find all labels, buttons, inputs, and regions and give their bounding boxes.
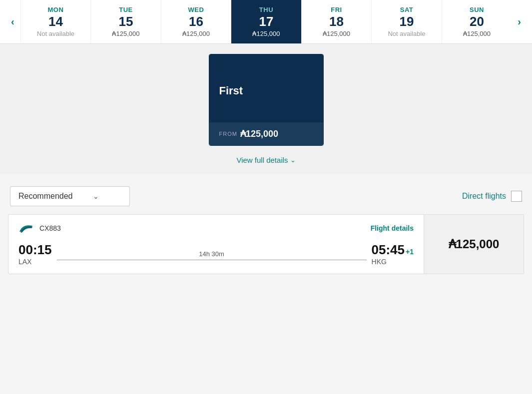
arrival-block: 05:45 +1 HKG xyxy=(372,243,414,266)
day-price-fri: ₳125,000 xyxy=(323,30,350,37)
sort-chevron-icon: ⌄ xyxy=(93,192,99,200)
date-col-sat[interactable]: SAT 19 Not available xyxy=(371,0,442,43)
cabin-price-first: ₳125,000 xyxy=(240,128,278,139)
duration-block: 14h 30m xyxy=(52,250,372,260)
sort-label: Recommended xyxy=(18,192,73,201)
date-col-tue[interactable]: TUE 15 ₳125,000 xyxy=(90,0,161,43)
arrival-airport: HKG xyxy=(372,258,414,266)
flight-details-link[interactable]: Flight details xyxy=(371,224,414,232)
cabin-cards: First FROM ₳125,000 xyxy=(209,54,324,146)
day-price-tue: ₳125,000 xyxy=(112,30,139,37)
flight-card-left: CX883 Flight details 00:15 LAX 14h 30m 0… xyxy=(8,215,424,274)
date-col-fri[interactable]: FRI 18 ₳125,000 xyxy=(301,0,372,43)
day-price-sat: Not available xyxy=(388,30,425,37)
day-name-mon: MON xyxy=(48,6,64,13)
date-col-thu[interactable]: THU 17 ₳125,000 xyxy=(231,0,301,43)
date-col-sun[interactable]: SUN 20 ₳125,000 xyxy=(442,0,512,43)
cabin-card-first[interactable]: First FROM ₳125,000 xyxy=(209,54,324,146)
day-num-thu: 17 xyxy=(259,14,274,29)
direct-flights-label[interactable]: Direct flights xyxy=(462,191,522,202)
arrival-suffix: +1 xyxy=(406,248,414,256)
departure-block: 00:15 LAX xyxy=(18,243,52,266)
date-col-wed[interactable]: WED 16 ₳125,000 xyxy=(161,0,231,43)
duration-text: 14h 30m xyxy=(199,250,224,258)
day-price-thu: ₳125,000 xyxy=(252,30,280,37)
cabin-label-first: First xyxy=(219,84,243,97)
flight-times: 00:15 LAX 14h 30m 05:45 +1 HKG xyxy=(18,243,414,266)
day-name-wed: WED xyxy=(188,6,204,13)
day-price-wed: ₳125,000 xyxy=(182,30,210,37)
cabin-card-first-footer: FROM ₳125,000 xyxy=(209,122,323,145)
from-label: FROM xyxy=(219,131,237,137)
airline-logo xyxy=(18,223,34,234)
day-num-fri: 18 xyxy=(329,14,344,29)
date-navigation: ‹ MON 14 Not available TUE 15 ₳125,000 W… xyxy=(0,0,532,44)
filter-row: Recommended ⌄ Direct flights xyxy=(0,178,532,214)
direct-flights-checkbox[interactable] xyxy=(511,191,522,202)
day-name-thu: THU xyxy=(259,6,273,13)
day-name-sat: SAT xyxy=(400,6,414,13)
flight-header: CX883 Flight details xyxy=(18,223,414,234)
departure-airport: LAX xyxy=(18,258,52,266)
arrival-time: 05:45 xyxy=(372,243,405,257)
cabin-card-first-header: First xyxy=(209,54,323,122)
day-price-sun: ₳125,000 xyxy=(463,30,491,37)
view-full-details-text: View full details xyxy=(236,156,288,164)
sort-dropdown[interactable]: Recommended ⌄ xyxy=(10,186,130,206)
day-name-tue: TUE xyxy=(119,6,133,13)
direct-flights-text: Direct flights xyxy=(462,192,506,201)
day-num-wed: 16 xyxy=(189,14,203,29)
chevron-down-icon: ⌄ xyxy=(290,156,296,164)
departure-time: 00:15 xyxy=(18,243,52,257)
flight-number: CX883 xyxy=(39,224,61,232)
day-name-sun: SUN xyxy=(470,6,484,13)
day-num-sun: 20 xyxy=(470,14,484,29)
flights-container: CX883 Flight details 00:15 LAX 14h 30m 0… xyxy=(0,214,532,285)
duration-line xyxy=(57,260,367,260)
day-num-mon: 14 xyxy=(48,14,63,29)
day-num-sat: 19 xyxy=(400,14,414,29)
flight-card-right[interactable]: ₳125,000 xyxy=(424,215,524,274)
date-col-mon[interactable]: MON 14 Not available xyxy=(20,0,91,43)
day-name-fri: FRI xyxy=(331,6,342,13)
view-full-details-link[interactable]: View full details ⌄ xyxy=(236,156,295,164)
day-num-tue: 15 xyxy=(118,14,133,29)
cabin-section: First FROM ₳125,000 View full details ⌄ xyxy=(0,44,532,174)
next-date-arrow[interactable]: › xyxy=(512,0,527,43)
day-price-mon: Not available xyxy=(37,30,74,37)
flight-card: CX883 Flight details 00:15 LAX 14h 30m 0… xyxy=(8,214,524,275)
prev-date-arrow[interactable]: ‹ xyxy=(5,0,20,43)
flight-price: ₳125,000 xyxy=(449,237,500,251)
